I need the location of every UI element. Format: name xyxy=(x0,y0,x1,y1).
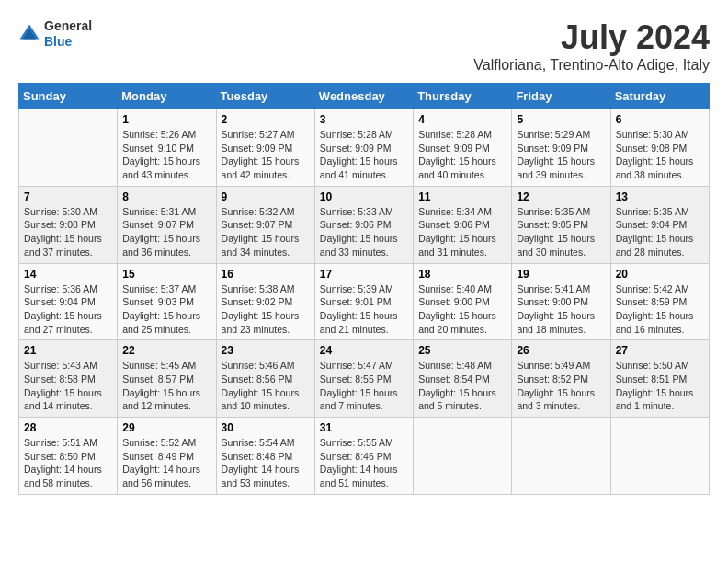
calendar-cell: 25Sunrise: 5:48 AM Sunset: 8:54 PM Dayli… xyxy=(414,340,512,418)
day-info: Sunrise: 5:39 AM Sunset: 9:01 PM Dayligh… xyxy=(320,282,408,337)
day-number: 7 xyxy=(24,190,112,203)
day-number: 19 xyxy=(517,268,605,281)
header-tuesday: Tuesday xyxy=(216,84,314,109)
day-number: 13 xyxy=(616,190,704,203)
calendar-cell: 26Sunrise: 5:49 AM Sunset: 8:52 PM Dayli… xyxy=(512,340,610,418)
day-number: 29 xyxy=(122,421,210,434)
calendar-cell: 20Sunrise: 5:42 AM Sunset: 8:59 PM Dayli… xyxy=(610,263,709,340)
day-number: 26 xyxy=(517,344,605,357)
header-sunday: Sunday xyxy=(19,84,118,109)
day-info: Sunrise: 5:46 AM Sunset: 8:56 PM Dayligh… xyxy=(222,359,310,413)
calendar-table: SundayMondayTuesdayWednesdayThursdayFrid… xyxy=(18,83,710,495)
calendar-cell: 27Sunrise: 5:50 AM Sunset: 8:51 PM Dayli… xyxy=(610,340,709,418)
day-info: Sunrise: 5:38 AM Sunset: 9:02 PM Dayligh… xyxy=(222,282,310,337)
calendar-cell: 4Sunrise: 5:28 AM Sunset: 9:09 PM Daylig… xyxy=(414,109,512,187)
calendar-cell: 28Sunrise: 5:51 AM Sunset: 8:50 PM Dayli… xyxy=(19,418,118,495)
day-number: 21 xyxy=(24,344,112,357)
day-info: Sunrise: 5:47 AM Sunset: 8:55 PM Dayligh… xyxy=(320,359,408,413)
day-info: Sunrise: 5:52 AM Sunset: 8:49 PM Dayligh… xyxy=(122,436,210,490)
logo-blue-text: Blue xyxy=(44,34,92,50)
header-monday: Monday xyxy=(118,84,216,109)
day-info: Sunrise: 5:50 AM Sunset: 8:51 PM Dayligh… xyxy=(616,359,704,413)
day-info: Sunrise: 5:27 AM Sunset: 9:09 PM Dayligh… xyxy=(222,128,310,182)
day-info: Sunrise: 5:45 AM Sunset: 8:57 PM Dayligh… xyxy=(122,359,210,413)
day-number: 25 xyxy=(418,344,506,357)
day-number: 24 xyxy=(320,344,408,357)
day-info: Sunrise: 5:49 AM Sunset: 8:52 PM Dayligh… xyxy=(517,359,605,413)
day-info: Sunrise: 5:36 AM Sunset: 9:04 PM Dayligh… xyxy=(24,282,112,337)
calendar-cell: 10Sunrise: 5:33 AM Sunset: 9:06 PM Dayli… xyxy=(314,186,413,263)
calendar-cell xyxy=(512,418,610,495)
day-number: 31 xyxy=(320,421,408,434)
calendar-week-4: 21Sunrise: 5:43 AM Sunset: 8:58 PM Dayli… xyxy=(19,340,710,418)
day-info: Sunrise: 5:43 AM Sunset: 8:58 PM Dayligh… xyxy=(24,359,112,413)
day-number: 1 xyxy=(122,113,210,126)
day-number: 18 xyxy=(418,268,506,281)
day-number: 10 xyxy=(320,190,408,203)
calendar-cell: 12Sunrise: 5:35 AM Sunset: 9:05 PM Dayli… xyxy=(512,186,610,263)
day-number: 20 xyxy=(616,268,704,281)
logo-icon xyxy=(18,23,40,45)
day-number: 17 xyxy=(320,268,408,281)
calendar-cell: 31Sunrise: 5:55 AM Sunset: 8:46 PM Dayli… xyxy=(314,418,413,495)
day-info: Sunrise: 5:54 AM Sunset: 8:48 PM Dayligh… xyxy=(222,436,310,490)
day-number: 14 xyxy=(24,268,112,281)
day-number: 4 xyxy=(418,113,506,126)
calendar-week-1: 1Sunrise: 5:26 AM Sunset: 9:10 PM Daylig… xyxy=(19,109,710,187)
title-section: July 2024 Valfloriana, Trentino-Alto Adi… xyxy=(473,18,710,74)
header-thursday: Thursday xyxy=(414,84,512,109)
calendar-cell: 11Sunrise: 5:34 AM Sunset: 9:06 PM Dayli… xyxy=(414,186,512,263)
day-info: Sunrise: 5:30 AM Sunset: 9:08 PM Dayligh… xyxy=(616,128,704,182)
calendar-cell: 6Sunrise: 5:30 AM Sunset: 9:08 PM Daylig… xyxy=(610,109,709,187)
day-number: 16 xyxy=(222,268,310,281)
day-info: Sunrise: 5:34 AM Sunset: 9:06 PM Dayligh… xyxy=(418,205,506,259)
day-info: Sunrise: 5:30 AM Sunset: 9:08 PM Dayligh… xyxy=(24,205,112,259)
calendar-cell: 18Sunrise: 5:40 AM Sunset: 9:00 PM Dayli… xyxy=(414,263,512,340)
day-info: Sunrise: 5:41 AM Sunset: 9:00 PM Dayligh… xyxy=(517,282,605,337)
calendar-cell: 3Sunrise: 5:28 AM Sunset: 9:09 PM Daylig… xyxy=(314,109,413,187)
calendar-cell: 24Sunrise: 5:47 AM Sunset: 8:55 PM Dayli… xyxy=(314,340,413,418)
calendar-cell: 9Sunrise: 5:32 AM Sunset: 9:07 PM Daylig… xyxy=(216,186,314,263)
calendar-week-3: 14Sunrise: 5:36 AM Sunset: 9:04 PM Dayli… xyxy=(19,263,710,340)
calendar-cell xyxy=(414,418,512,495)
day-info: Sunrise: 5:35 AM Sunset: 9:04 PM Dayligh… xyxy=(616,205,704,259)
day-info: Sunrise: 5:42 AM Sunset: 8:59 PM Dayligh… xyxy=(616,282,704,337)
calendar-title: July 2024 xyxy=(473,18,710,57)
calendar-cell: 23Sunrise: 5:46 AM Sunset: 8:56 PM Dayli… xyxy=(216,340,314,418)
day-info: Sunrise: 5:28 AM Sunset: 9:09 PM Dayligh… xyxy=(320,128,408,182)
day-number: 30 xyxy=(222,421,310,434)
day-number: 27 xyxy=(616,344,704,357)
calendar-week-2: 7Sunrise: 5:30 AM Sunset: 9:08 PM Daylig… xyxy=(19,186,710,263)
day-info: Sunrise: 5:51 AM Sunset: 8:50 PM Dayligh… xyxy=(24,436,112,490)
calendar-header-row: SundayMondayTuesdayWednesdayThursdayFrid… xyxy=(19,84,710,109)
day-info: Sunrise: 5:33 AM Sunset: 9:06 PM Dayligh… xyxy=(320,205,408,259)
calendar-cell xyxy=(610,418,709,495)
calendar-cell: 19Sunrise: 5:41 AM Sunset: 9:00 PM Dayli… xyxy=(512,263,610,340)
calendar-cell: 30Sunrise: 5:54 AM Sunset: 8:48 PM Dayli… xyxy=(216,418,314,495)
calendar-cell: 2Sunrise: 5:27 AM Sunset: 9:09 PM Daylig… xyxy=(216,109,314,187)
day-number: 12 xyxy=(517,190,605,203)
header-wednesday: Wednesday xyxy=(314,84,413,109)
calendar-cell: 16Sunrise: 5:38 AM Sunset: 9:02 PM Dayli… xyxy=(216,263,314,340)
calendar-cell: 21Sunrise: 5:43 AM Sunset: 8:58 PM Dayli… xyxy=(19,340,118,418)
calendar-cell: 22Sunrise: 5:45 AM Sunset: 8:57 PM Dayli… xyxy=(118,340,216,418)
day-info: Sunrise: 5:28 AM Sunset: 9:09 PM Dayligh… xyxy=(418,128,506,182)
calendar-cell: 13Sunrise: 5:35 AM Sunset: 9:04 PM Dayli… xyxy=(610,186,709,263)
header-saturday: Saturday xyxy=(610,84,709,109)
day-info: Sunrise: 5:35 AM Sunset: 9:05 PM Dayligh… xyxy=(517,205,605,259)
header: General Blue July 2024 Valfloriana, Tren… xyxy=(18,18,710,74)
day-number: 3 xyxy=(320,113,408,126)
day-info: Sunrise: 5:29 AM Sunset: 9:09 PM Dayligh… xyxy=(517,128,605,182)
day-info: Sunrise: 5:31 AM Sunset: 9:07 PM Dayligh… xyxy=(122,205,210,259)
day-number: 8 xyxy=(122,190,210,203)
calendar-cell: 17Sunrise: 5:39 AM Sunset: 9:01 PM Dayli… xyxy=(314,263,413,340)
day-info: Sunrise: 5:32 AM Sunset: 9:07 PM Dayligh… xyxy=(222,205,310,259)
day-number: 2 xyxy=(222,113,310,126)
calendar-cell: 14Sunrise: 5:36 AM Sunset: 9:04 PM Dayli… xyxy=(19,263,118,340)
day-number: 22 xyxy=(122,344,210,357)
calendar-week-5: 28Sunrise: 5:51 AM Sunset: 8:50 PM Dayli… xyxy=(19,418,710,495)
day-info: Sunrise: 5:55 AM Sunset: 8:46 PM Dayligh… xyxy=(320,436,408,490)
day-number: 15 xyxy=(122,268,210,281)
calendar-subtitle: Valfloriana, Trentino-Alto Adige, Italy xyxy=(473,57,710,74)
logo: General Blue xyxy=(18,18,92,50)
